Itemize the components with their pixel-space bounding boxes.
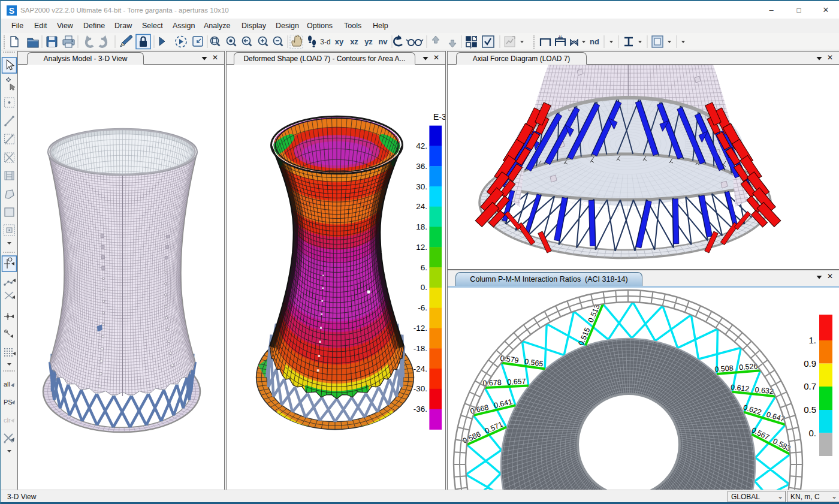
- svg-text:3-d: 3-d: [320, 38, 330, 46]
- svg-text:yz: yz: [364, 37, 373, 46]
- svg-text:E-3: E-3: [433, 112, 445, 122]
- svg-text:0.: 0.: [808, 428, 816, 438]
- svg-text:clr: clr: [4, 417, 11, 424]
- svg-text:0.9: 0.9: [804, 358, 816, 369]
- svg-text:nd: nd: [590, 37, 599, 46]
- svg-text:1.: 1.: [808, 335, 816, 345]
- svg-text:12.: 12.: [416, 243, 427, 252]
- svg-text:30.: 30.: [416, 182, 427, 191]
- svg-text:xz: xz: [350, 37, 358, 46]
- svg-text:xy: xy: [335, 37, 344, 46]
- svg-text:-18.: -18.: [414, 344, 427, 353]
- svg-text:all: all: [4, 381, 10, 388]
- svg-text:6.: 6.: [421, 263, 427, 272]
- svg-text:0.657: 0.657: [507, 377, 526, 387]
- svg-text:18.: 18.: [416, 222, 427, 231]
- svg-text:PS: PS: [4, 399, 13, 406]
- svg-text:42.: 42.: [416, 141, 427, 150]
- svg-text:-6.: -6.: [418, 303, 427, 312]
- svg-text:36.: 36.: [416, 162, 427, 171]
- svg-text:0.7: 0.7: [804, 381, 816, 391]
- svg-text:0.5: 0.5: [804, 405, 816, 415]
- svg-text:24.: 24.: [416, 202, 427, 211]
- svg-text:-12.: -12.: [414, 324, 427, 333]
- svg-text:-24.: -24.: [414, 364, 427, 373]
- svg-text:0.508: 0.508: [714, 364, 734, 373]
- svg-text:-30.: -30.: [414, 384, 427, 393]
- svg-text:-36.: -36.: [414, 405, 427, 414]
- svg-text:0.: 0.: [421, 283, 427, 292]
- svg-text:nv: nv: [378, 37, 388, 46]
- svg-text:H: H: [559, 35, 562, 38]
